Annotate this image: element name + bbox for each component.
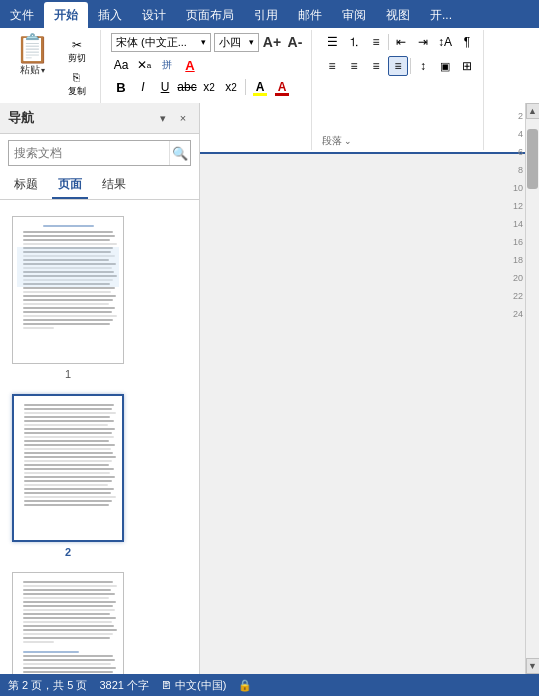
status-bar: 第 2 页，共 5 页 3821 个字 🖹 中文(中国) 🔒	[0, 674, 539, 696]
para-row-2: ≡ ≡ ≡ ≡ ↕ ▣ ⊞	[322, 56, 477, 76]
superscript-button[interactable]: x2	[221, 77, 241, 97]
vertical-scrollbar: ▲ ▼	[525, 103, 539, 674]
copy-button[interactable]: ⎘ 复制	[59, 69, 94, 99]
nav-tabs: 标题 页面 结果	[0, 172, 199, 200]
borders-button[interactable]: ⊞	[457, 56, 477, 76]
font-section: 宋体 (中文正... ▾ 小四 ▾ A+ A- Aa ✕a 拼 A B I U	[111, 32, 305, 97]
scroll-num-6: 6	[509, 143, 523, 161]
scroll-num-4: 4	[509, 125, 523, 143]
scroll-thumb[interactable]	[527, 129, 538, 189]
lang-icon: 🖹	[161, 679, 172, 691]
font-row-1b: Aa ✕a 拼 A	[111, 55, 305, 75]
separator3	[410, 58, 411, 74]
tab-view[interactable]: 视图	[376, 2, 420, 28]
separator	[245, 79, 246, 95]
bullets-button[interactable]: ☰	[322, 32, 342, 52]
tab-home[interactable]: 开始	[44, 2, 88, 28]
bold-button[interactable]: B	[111, 77, 131, 97]
nav-search-icon[interactable]: 🔍	[169, 141, 190, 165]
shading-button[interactable]: ▣	[435, 56, 455, 76]
paragraph-label: 段落 ⌄	[322, 132, 352, 148]
page-info[interactable]: 第 2 页，共 5 页	[8, 678, 87, 693]
font-size-selector[interactable]: 小四 ▾	[214, 33, 259, 52]
nav-controls: ▾ ×	[155, 110, 191, 126]
line-spacing-button[interactable]: ↕	[413, 56, 433, 76]
strikethrough-button[interactable]: abc	[177, 77, 197, 97]
font-color-label-button[interactable]: A	[180, 55, 200, 75]
nav-tab-results[interactable]: 结果	[96, 172, 132, 199]
tab-layout[interactable]: 页面布局	[176, 2, 244, 28]
nav-tab-pages[interactable]: 页面	[52, 172, 88, 199]
nav-search-input[interactable]	[9, 143, 169, 163]
pages-container: 1	[0, 200, 199, 674]
scroll-num-24: 24	[509, 305, 523, 323]
page-2-thumb[interactable]	[12, 394, 124, 542]
font-grow-button[interactable]: A+	[262, 32, 282, 52]
page-3-wrapper: 3	[12, 572, 124, 674]
scroll-up-button[interactable]: ▲	[526, 103, 540, 119]
scroll-num-20: 20	[509, 269, 523, 287]
align-right-button[interactable]: ≡	[366, 56, 386, 76]
nav-search-box: 🔍	[8, 140, 191, 166]
scroll-num-2: 2	[509, 107, 523, 125]
underline-button[interactable]: U	[155, 77, 175, 97]
status-icon[interactable]: 🔒	[238, 679, 252, 692]
paste-button[interactable]: 📋 粘贴 ▾	[10, 32, 55, 80]
paragraph-section: ☰ ⒈ ≡ ⇤ ⇥ ↕A ¶ ≡ ≡ ≡ ≡ ↕ ▣ ⊞	[322, 32, 477, 76]
scroll-num-18: 18	[509, 251, 523, 269]
page-3-thumb[interactable]	[12, 572, 124, 674]
scroll-num-10: 10	[509, 179, 523, 197]
text-highlight-button[interactable]: A	[250, 77, 270, 97]
cut-button[interactable]: ✂ 剪切	[59, 36, 94, 67]
decrease-indent-button[interactable]: ⇤	[391, 32, 411, 52]
scroll-numbers: 2 4 6 8 10 12 14 16 18 20 22 24	[509, 103, 523, 674]
increase-indent-button[interactable]: ⇥	[413, 32, 433, 52]
change-case-button[interactable]: Aa	[111, 55, 131, 75]
clear-format-button[interactable]: ✕a	[134, 55, 154, 75]
nav-title: 导航	[8, 109, 34, 127]
font-color-button[interactable]: A	[272, 77, 292, 97]
page-1-number: 1	[65, 368, 71, 380]
navigation-panel: 导航 ▾ × 🔍 标题 页面 结果	[0, 103, 200, 674]
page-2-wrapper: 2	[12, 394, 124, 558]
word-count[interactable]: 3821 个字	[99, 678, 149, 693]
tab-insert[interactable]: 插入	[88, 2, 132, 28]
show-marks-button[interactable]: ¶	[457, 32, 477, 52]
para-row-1: ☰ ⒈ ≡ ⇤ ⇥ ↕A ¶	[322, 32, 477, 52]
nav-header: 导航 ▾ ×	[0, 103, 199, 134]
page-2-number: 2	[65, 546, 71, 558]
scroll-num-8: 8	[509, 161, 523, 179]
tab-mailings[interactable]: 邮件	[288, 2, 332, 28]
page-1-thumb[interactable]	[12, 216, 124, 364]
sort-button[interactable]: ↕A	[435, 32, 455, 52]
tab-references[interactable]: 引用	[244, 2, 288, 28]
align-left-button[interactable]: ≡	[322, 56, 342, 76]
tab-review[interactable]: 审阅	[332, 2, 376, 28]
tab-file[interactable]: 文件	[0, 2, 44, 28]
phonetic-button[interactable]: 拼	[157, 55, 177, 75]
nav-close-button[interactable]: ×	[175, 110, 191, 126]
align-center-button[interactable]: ≡	[344, 56, 364, 76]
format-row: B I U abc x2 x2 A A	[111, 77, 305, 97]
tab-design[interactable]: 设计	[132, 2, 176, 28]
tab-more[interactable]: 开...	[420, 2, 462, 28]
subscript-button[interactable]: x2	[199, 77, 219, 97]
separator2	[388, 34, 389, 50]
font-shrink-button[interactable]: A-	[285, 32, 305, 52]
language-indicator[interactable]: 🖹 中文(中国)	[161, 678, 226, 693]
italic-button[interactable]: I	[133, 77, 153, 97]
scroll-num-16: 16	[509, 233, 523, 251]
scroll-down-button[interactable]: ▼	[526, 658, 540, 674]
scroll-num-14: 14	[509, 215, 523, 233]
numbering-button[interactable]: ⒈	[344, 32, 364, 52]
scroll-track	[526, 119, 539, 658]
font-family-selector[interactable]: 宋体 (中文正... ▾	[111, 33, 211, 52]
ribbon-tab-bar: 文件 开始 插入 设计 页面布局 引用 邮件 审阅 视图 开...	[0, 0, 539, 28]
multilevel-list-button[interactable]: ≡	[366, 32, 386, 52]
nav-tab-headings[interactable]: 标题	[8, 172, 44, 199]
nav-pin-button[interactable]: ▾	[155, 110, 171, 126]
justify-button[interactable]: ≡	[388, 56, 408, 76]
scroll-num-12: 12	[509, 197, 523, 215]
paragraph-group: ☰ ⒈ ≡ ⇤ ⇥ ↕A ¶ ≡ ≡ ≡ ≡ ↕ ▣ ⊞	[316, 30, 484, 150]
page-1-wrapper: 1	[12, 216, 124, 380]
